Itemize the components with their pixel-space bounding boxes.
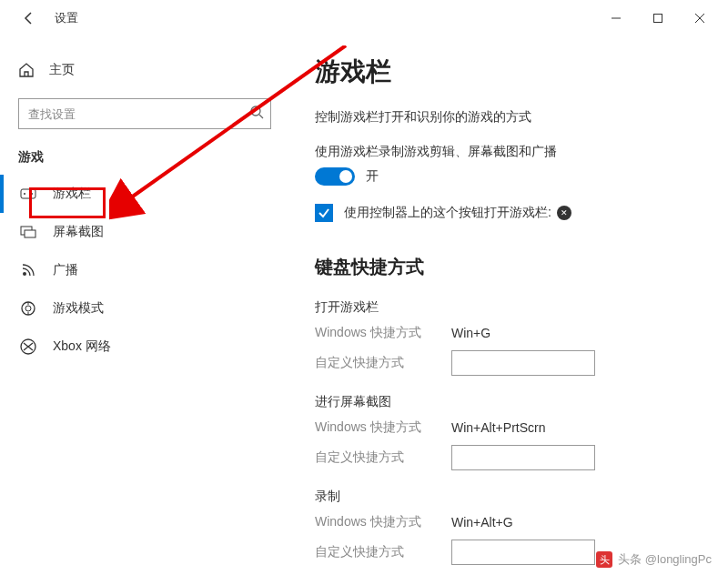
- sidebar: 主页 游戏 游戏栏 屏幕截图 广播 游戏模式 Xbox 网络: [0, 36, 291, 575]
- selected-indicator: [0, 175, 4, 213]
- win-shortcut-value: Win+Alt+PrtScrn: [451, 420, 545, 435]
- back-button[interactable]: [18, 7, 40, 29]
- nav-item-game-bar[interactable]: 游戏栏: [0, 175, 291, 213]
- main-content: 游戏栏 控制游戏栏打开和识别你的游戏的方式 使用游戏栏录制游戏剪辑、屏幕截图和广…: [291, 36, 728, 575]
- home-icon: [18, 62, 35, 78]
- svg-line-5: [259, 115, 263, 118]
- svg-point-13: [25, 306, 31, 311]
- custom-shortcut-label: 自定义快捷方式: [315, 449, 451, 466]
- custom-shortcut-label: 自定义快捷方式: [315, 355, 451, 371]
- custom-shortcut-input[interactable]: [451, 540, 595, 565]
- minimize-button[interactable]: [595, 4, 637, 33]
- toggle-description: 使用游戏栏录制游戏剪辑、屏幕截图和广播: [315, 144, 701, 160]
- window-title: 设置: [55, 10, 78, 26]
- svg-rect-1: [654, 15, 662, 23]
- captures-icon: [20, 224, 36, 240]
- game-mode-icon: [20, 300, 36, 317]
- shortcuts-heading: 键盘快捷方式: [315, 255, 701, 279]
- nav-item-captures[interactable]: 屏幕截图: [0, 213, 291, 251]
- group-title: 录制: [315, 489, 701, 505]
- nav-label: 广播: [53, 262, 78, 278]
- nav-item-game-mode[interactable]: 游戏模式: [0, 289, 291, 328]
- svg-point-7: [24, 193, 25, 195]
- home-label: 主页: [49, 62, 75, 78]
- search-icon: [249, 105, 264, 123]
- broadcast-icon: [20, 262, 36, 278]
- win-shortcut-value: Win+G: [451, 326, 490, 340]
- svg-rect-6: [21, 189, 35, 198]
- win-shortcut-value: Win+Alt+G: [451, 515, 513, 530]
- win-shortcut-label: Windows 快捷方式: [315, 514, 451, 530]
- custom-shortcut-input[interactable]: [451, 445, 595, 470]
- svg-point-8: [31, 193, 33, 195]
- search-input[interactable]: [18, 98, 271, 129]
- nav-item-xbox-network[interactable]: Xbox 网络: [0, 328, 291, 366]
- xbox-icon: [20, 338, 36, 355]
- svg-rect-10: [25, 230, 35, 237]
- checkbox-label: 使用控制器上的这个按钮打开游戏栏:: [344, 205, 571, 221]
- home-link[interactable]: 主页: [0, 55, 291, 86]
- arrow-left-icon: [22, 11, 36, 25]
- check-icon: [318, 207, 330, 219]
- nav-label: 游戏模式: [53, 300, 104, 317]
- group-title: 进行屏幕截图: [315, 394, 701, 410]
- svg-point-4: [251, 106, 260, 116]
- maximize-icon: [653, 14, 662, 23]
- close-icon: [695, 14, 704, 23]
- win-shortcut-label: Windows 快捷方式: [315, 325, 451, 341]
- page-description: 控制游戏栏打开和识别你的游戏的方式: [315, 109, 701, 126]
- watermark-icon: 头: [596, 551, 612, 568]
- shortcut-group-open: 打开游戏栏 Windows 快捷方式 Win+G 自定义快捷方式: [315, 299, 701, 376]
- toggle-label: 开: [366, 168, 379, 185]
- nav-label: 游戏栏: [53, 186, 91, 202]
- win-shortcut-label: Windows 快捷方式: [315, 419, 451, 436]
- close-button[interactable]: [679, 4, 721, 33]
- xbox-button-icon: [557, 206, 571, 220]
- svg-point-11: [23, 272, 26, 276]
- shortcut-group-screenshot: 进行屏幕截图 Windows 快捷方式 Win+Alt+PrtScrn 自定义快…: [315, 394, 701, 470]
- nav-label: Xbox 网络: [53, 338, 111, 355]
- maximize-button[interactable]: [637, 4, 679, 33]
- page-heading: 游戏栏: [315, 55, 701, 89]
- group-title: 打开游戏栏: [315, 299, 701, 316]
- nav-item-broadcast[interactable]: 广播: [0, 251, 291, 289]
- game-bar-toggle[interactable]: [315, 167, 355, 186]
- custom-shortcut-label: 自定义快捷方式: [315, 544, 451, 560]
- minimize-icon: [612, 14, 621, 23]
- custom-shortcut-input[interactable]: [451, 350, 595, 376]
- controller-checkbox[interactable]: [315, 204, 333, 222]
- section-header: 游戏: [0, 129, 291, 175]
- watermark: 头 头条 @longlingPc: [596, 551, 712, 568]
- game-bar-icon: [20, 186, 36, 202]
- nav-label: 屏幕截图: [53, 224, 104, 240]
